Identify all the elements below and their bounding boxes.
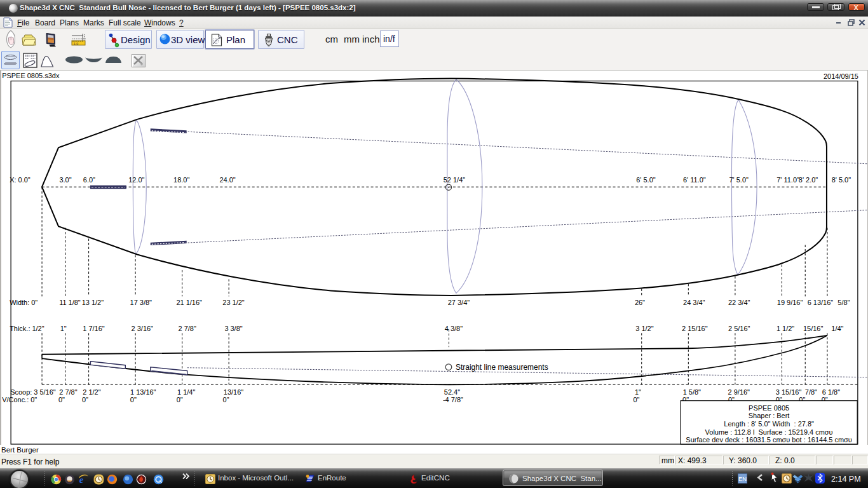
svg-text:6' 5.0": 6' 5.0": [636, 176, 655, 184]
svg-text:0": 0": [177, 396, 183, 403]
svg-text:1 0: 1 0: [74, 42, 78, 46]
svg-text:4 3/8": 4 3/8": [445, 325, 463, 332]
svg-text:6 13/16": 6 13/16": [808, 299, 834, 306]
svg-text:Surface dev deck : 16031.5 cmσ: Surface dev deck : 16031.5 cmσυ bot : 16…: [686, 437, 852, 444]
svg-text:11 1/8": 11 1/8": [59, 299, 81, 306]
svg-text:2 9/16": 2 9/16": [728, 388, 750, 396]
svg-text:PSPEE 0805.s3dx: PSPEE 0805.s3dx: [2, 72, 60, 79]
svg-text:2 1/2": 2 1/2": [83, 388, 100, 396]
svg-text:2 7/8": 2 7/8": [59, 388, 77, 396]
svg-text:5/8": 5/8": [837, 299, 850, 306]
svg-text:19 9/16": 19 9/16": [777, 299, 803, 306]
svg-text:27 3/4": 27 3/4": [448, 299, 470, 306]
svg-text:0": 0": [82, 396, 88, 403]
svg-text:7' 5.0": 7' 5.0": [729, 176, 748, 184]
svg-text:1/4": 1/4": [831, 325, 843, 332]
svg-text:17 3/8": 17 3/8": [130, 299, 152, 306]
svg-text:8' 2.0": 8' 2.0": [799, 176, 818, 184]
svg-text:1": 1": [60, 325, 67, 332]
svg-text:3 15/16": 3 15/16": [776, 388, 802, 396]
svg-text:0": 0": [130, 396, 137, 403]
svg-text:13/16": 13/16": [224, 388, 243, 396]
svg-text:1 5/8": 1 5/8": [683, 388, 701, 396]
svg-text:0": 0": [58, 396, 65, 403]
svg-text:Width: 0": Width: 0": [10, 299, 37, 306]
svg-text:2 3/16": 2 3/16": [132, 325, 153, 332]
svg-text:1": 1": [635, 388, 641, 396]
svg-text:7/8": 7/8": [805, 388, 817, 396]
svg-text:1 1/4": 1 1/4": [177, 388, 195, 396]
svg-text:1 7/16": 1 7/16": [83, 325, 104, 332]
svg-text:X: 0.0": X: 0.0": [10, 176, 31, 184]
svg-text:0": 0": [633, 396, 639, 403]
svg-text:22 3/4": 22 3/4": [728, 299, 750, 306]
svg-text:1 1/2": 1 1/2": [776, 325, 794, 332]
svg-text:2014/09/15: 2014/09/15: [824, 72, 858, 80]
svg-text:Volume : 112.8 l Surface : 15: Volume : 112.8 l Surface : 15219.4 cmσυ: [705, 428, 833, 436]
svg-text:7' 11.0": 7' 11.0": [776, 176, 799, 184]
svg-text:18.0": 18.0": [173, 176, 189, 184]
svg-text:6 1/8": 6 1/8": [822, 388, 840, 396]
svg-text:Thick.: 1/2": Thick.: 1/2": [10, 325, 44, 332]
svg-text:13 1/2": 13 1/2": [82, 299, 104, 306]
svg-text:26": 26": [635, 299, 645, 306]
svg-text:3 1/2": 3 1/2": [635, 325, 653, 332]
svg-text:24.0": 24.0": [219, 176, 235, 184]
svg-text:3.0": 3.0": [59, 176, 71, 184]
svg-text:8' 5.0": 8' 5.0": [832, 176, 851, 184]
svg-text:24 3/4": 24 3/4": [683, 299, 705, 306]
svg-text:2 7/8": 2 7/8": [179, 325, 196, 332]
svg-text:52.4": 52.4": [444, 388, 460, 396]
svg-text:Shaper : Bert: Shaper : Bert: [749, 412, 790, 419]
svg-text:Length : 8' 5.0" Width : 27.8: Length : 8' 5.0" Width : 27.8": [724, 420, 814, 428]
svg-text:-4 7/8": -4 7/8": [443, 396, 463, 403]
svg-text:2 5/16": 2 5/16": [728, 325, 750, 332]
svg-text:PSPEE 0805: PSPEE 0805: [749, 404, 789, 412]
svg-text:Straight line measurements: Straight line measurements: [456, 363, 548, 372]
svg-text:52 1/4": 52 1/4": [444, 176, 465, 184]
svg-text:3 3/8": 3 3/8": [224, 325, 242, 332]
svg-text:15/16": 15/16": [803, 325, 823, 332]
svg-text:6.0": 6.0": [83, 176, 95, 184]
svg-text:23 1/2": 23 1/2": [222, 299, 244, 306]
svg-text:Scoop: 3 5/16": Scoop: 3 5/16": [10, 388, 56, 396]
svg-text:12.0": 12.0": [128, 176, 144, 184]
svg-text:6' 11.0": 6' 11.0": [683, 176, 706, 184]
svg-text:1 13/16": 1 13/16": [130, 388, 156, 396]
svg-text:V/Conc.: 0": V/Conc.: 0": [2, 396, 37, 403]
svg-text:21 1/16": 21 1/16": [176, 299, 202, 306]
svg-text:2 15/16": 2 15/16": [682, 325, 708, 332]
svg-text:0": 0": [223, 396, 229, 403]
